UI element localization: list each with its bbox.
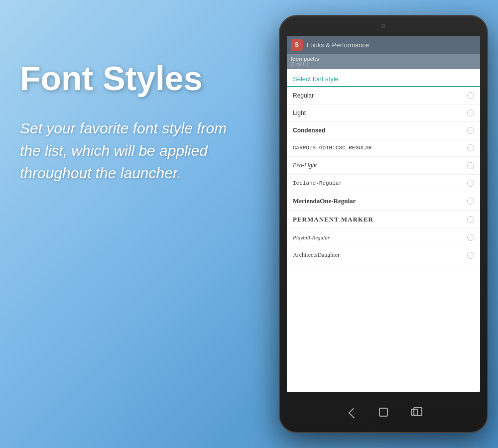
font-list-item[interactable]: Light	[287, 105, 480, 122]
breadcrumb-subtitle: Click UI	[291, 62, 476, 67]
font-list-item[interactable]: Carrois GothicSC-Regular	[287, 139, 480, 157]
font-list-item[interactable]: Condensed	[287, 122, 480, 139]
font-item-label: Regular	[293, 92, 314, 99]
list-header: Select font style	[287, 69, 480, 87]
radio-button[interactable]	[467, 92, 474, 99]
font-list-item[interactable]: Permanent Marker	[287, 211, 480, 229]
nav-bar	[280, 397, 487, 427]
font-list-item[interactable]: MeriendaOne-Regular	[287, 192, 480, 211]
radio-button[interactable]	[467, 144, 474, 151]
main-title: Font Styles	[20, 60, 249, 97]
back-button[interactable]	[347, 407, 358, 418]
tablet-device: S Looks & Performance Icon packs Click U…	[279, 15, 488, 433]
breadcrumb-bar: Icon packs Click UI	[287, 54, 480, 69]
home-icon	[379, 408, 388, 417]
font-list-container[interactable]: Select font style RegularLightCondensedC…	[287, 69, 480, 392]
camera	[381, 24, 385, 28]
font-item-label: Light	[293, 110, 306, 116]
radio-button[interactable]	[467, 252, 474, 259]
back-icon	[349, 408, 359, 419]
font-item-label: Carrois GothicSC-Regular	[293, 145, 372, 151]
radio-button[interactable]	[467, 234, 474, 241]
radio-button[interactable]	[467, 216, 474, 223]
screen-content: S Looks & Performance Icon packs Click U…	[287, 36, 480, 392]
font-list-item[interactable]: Regular	[287, 87, 480, 105]
app-bar-title: Looks & Performance	[307, 41, 476, 49]
breadcrumb-title: Icon packs	[291, 56, 476, 62]
font-item-label: ArchitectsDaughter	[293, 251, 340, 259]
left-panel: Font Styles Set your favorite font style…	[20, 60, 249, 184]
font-list-item[interactable]: Playbill-Regular	[287, 229, 480, 246]
app-bar: S Looks & Performance	[287, 36, 480, 54]
radio-button[interactable]	[467, 162, 474, 169]
font-item-label: Condensed	[293, 127, 325, 134]
radio-button[interactable]	[467, 198, 474, 205]
font-list-item[interactable]: Exo-Light	[287, 157, 480, 175]
tablet-screen: S Looks & Performance Icon packs Click U…	[287, 36, 480, 392]
font-list: RegularLightCondensedCarrois GothicSC-Re…	[287, 87, 480, 264]
home-button[interactable]	[378, 407, 389, 418]
recent-button[interactable]	[409, 407, 420, 418]
font-item-label: MeriendaOne-Regular	[293, 197, 356, 205]
tablet-reflection	[289, 433, 478, 448]
app-icon: S	[291, 39, 303, 51]
radio-button[interactable]	[467, 127, 474, 134]
tablet-body: S Looks & Performance Icon packs Click U…	[279, 15, 488, 433]
font-item-label: Exo-Light	[293, 162, 317, 169]
radio-button[interactable]	[467, 180, 474, 187]
list-header-text: Select font style	[293, 75, 339, 83]
font-list-item[interactable]: Iceland-Regular	[287, 175, 480, 192]
recent-icon	[411, 409, 418, 416]
radio-button[interactable]	[467, 110, 474, 116]
font-item-label: Playbill-Regular	[293, 234, 330, 240]
font-list-item[interactable]: ArchitectsDaughter	[287, 246, 480, 264]
font-item-label: Permanent Marker	[293, 216, 374, 224]
font-item-label: Iceland-Regular	[293, 180, 342, 186]
description-text: Set your favorite font style from the li…	[20, 117, 249, 184]
